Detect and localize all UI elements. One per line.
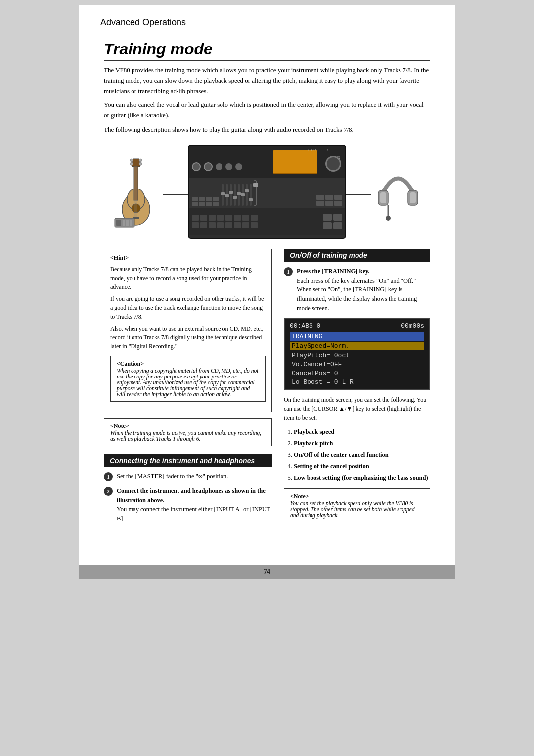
step1-content: Set the [MASTER] fader to the "∞" positi…	[117, 472, 228, 481]
svg-point-24	[386, 216, 391, 221]
display-row3: PlaySpeed=Norm.	[290, 342, 424, 350]
svg-point-6	[139, 159, 142, 162]
note-title-left: <Note>	[110, 423, 266, 430]
on-off-step1-text1: Each press of the key alternates "On" an…	[297, 277, 416, 284]
device-diagram: FOSTEX VF80	[104, 145, 430, 239]
on-off-step1-content: Press the [TRAINING] key. Each press of …	[297, 267, 430, 313]
display-row6: CancelPos= 0	[290, 369, 424, 378]
svg-point-8	[139, 162, 142, 165]
caution-text: When copying a copyright material from C…	[117, 368, 259, 397]
hint-text1: Because only Tracks 7/8 can be played ba…	[110, 265, 266, 291]
headphones-icon	[371, 152, 425, 232]
intro-para1: The VF80 provides the training mode whic…	[104, 65, 430, 96]
connecting-header: Connecting the instrument and headphones	[104, 454, 272, 467]
page: Advanced Operations Training mode The VF…	[79, 5, 455, 579]
on-off-step1-text2: When set to "On", the [TRAINING] key is …	[297, 286, 417, 312]
step2-content: Connect the instrument and headphones as…	[117, 486, 272, 523]
on-off-step1: 1 Press the [TRAINING] key. Each press o…	[284, 267, 430, 313]
hint-text3: Also, when you want to use an external s…	[110, 324, 266, 351]
training-desc: On the training mode screen, you can set…	[284, 395, 430, 422]
intro-para2: You can also cancel the vocal or lead gu…	[104, 100, 430, 121]
intro-para3: The following description shows how to p…	[104, 125, 430, 135]
display-screen: 00:ABS 0 00m00s TRAINING PlaySpeed=Norm.…	[284, 318, 430, 390]
display-row7: Lo Boost = 0 L R	[290, 378, 424, 386]
vf80-device: FOSTEX VF80	[188, 145, 346, 239]
page-title: Training mode	[104, 40, 430, 61]
page-number: 74	[264, 568, 270, 575]
svg-point-7	[130, 162, 133, 165]
step1-text: Set the [MASTER] fader to the "∞" positi…	[117, 473, 228, 480]
svg-rect-20	[380, 192, 386, 203]
list-item-4: Setting of the cancel position	[294, 461, 430, 472]
svg-rect-22	[410, 192, 416, 203]
display-row2: TRAINING	[290, 332, 424, 341]
caution-title: <Caution>	[117, 360, 259, 368]
left-column: <Hint> Because only Tracks 7/8 can be pl…	[104, 249, 272, 530]
note-text-right: You can set the playback speed only whil…	[290, 500, 424, 518]
hint-text2: If you are going to use a song recorded …	[110, 294, 266, 321]
on-off-header: On/Off of training mode	[284, 249, 430, 262]
step2-sub-text: You may connect the instrument either [I…	[117, 506, 270, 522]
connecting-step1: 1 Set the [MASTER] fader to the "∞" posi…	[104, 472, 272, 481]
page-footer: 74	[79, 565, 455, 579]
caution-box: <Caution> When copying a copyright mater…	[110, 356, 266, 402]
list-item-2: Playback pitch	[294, 438, 430, 449]
on-off-section: On/Off of training mode 1 Press the [TRA…	[284, 249, 430, 522]
hint-box: <Hint> Because only Tracks 7/8 can be pl…	[104, 249, 272, 412]
svg-point-5	[130, 159, 133, 162]
svg-rect-17	[126, 220, 129, 226]
note-box-right: <Note> You can set the playback speed on…	[284, 488, 430, 522]
connecting-section: Connecting the instrument and headphones…	[104, 454, 272, 523]
note-text-left: When the training mode is active, you ca…	[110, 430, 266, 442]
step2-num: 2	[104, 487, 113, 496]
right-column: On/Off of training mode 1 Press the [TRA…	[284, 249, 430, 530]
list-item-1: Playback speed	[294, 427, 430, 437]
connecting-step2: 2 Connect the instrument and headphones …	[104, 486, 272, 523]
hint-title: <Hint>	[110, 254, 266, 262]
on-off-step1-bold: Press the [TRAINING] key.	[297, 268, 370, 275]
step2-bold-text: Connect the instrument and headphones as…	[117, 487, 266, 504]
display-row1-right: 00m00s	[401, 322, 424, 330]
top-bar: Advanced Operations	[94, 14, 440, 31]
page-section-label: Advanced Operations	[100, 17, 186, 27]
two-col-layout: <Hint> Because only Tracks 7/8 can be pl…	[104, 249, 430, 530]
page-content: Training mode The VF80 provides the trai…	[79, 40, 455, 550]
display-row4: PlayPitch= 0oct	[290, 351, 424, 360]
note-title-right: <Note>	[290, 493, 424, 500]
connector-left	[163, 194, 188, 195]
step1-num: 1	[104, 472, 113, 481]
svg-rect-16	[123, 220, 125, 226]
display-row1-left: 00:ABS 0	[290, 322, 320, 330]
list-item-3: On/Off of the center cancel function	[294, 450, 430, 460]
svg-rect-15	[116, 220, 121, 226]
display-row5: Vo.Cancel=OFF	[290, 360, 424, 369]
svg-rect-18	[130, 220, 132, 226]
note-box-left: <Note> When the training mode is active,…	[104, 418, 272, 446]
guitar-icon	[109, 152, 163, 232]
connector-right	[346, 194, 371, 195]
items-list: Playback speed Playback pitch On/Off of …	[294, 427, 430, 483]
list-item-5: Low boost setting (for emphasizing the b…	[294, 473, 430, 483]
on-off-step1-num: 1	[284, 267, 293, 276]
